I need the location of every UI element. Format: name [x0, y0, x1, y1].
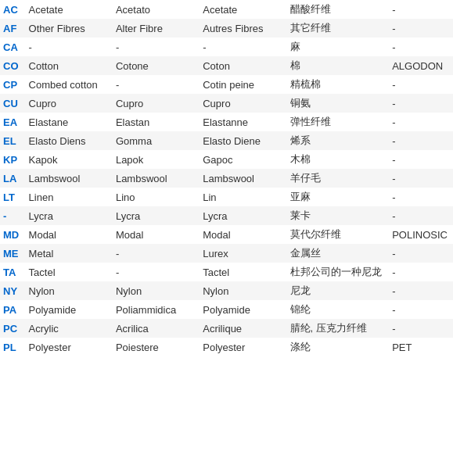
fiber-code: CU	[0, 94, 24, 113]
table-row: MD Modal Modal Modal 莫代尔纤维 POLINOSIC	[0, 225, 453, 244]
fiber-code: AF	[0, 19, 24, 38]
name-chinese: 涤纶	[286, 338, 388, 356]
fiber-code: KP	[0, 150, 24, 169]
name-french: Cotin peine	[198, 75, 285, 94]
name-italian: -	[111, 75, 198, 94]
table-row: CP Combed cotton - Cotin peine 精梳棉 -	[0, 75, 453, 94]
name-chinese: 亚麻	[286, 188, 388, 206]
table-row: - Lycra Lycra Lycra 莱卡 -	[0, 206, 453, 225]
name-french: Lurex	[198, 244, 285, 263]
name-chinese: 木棉	[286, 150, 388, 169]
name-english: Nylon	[24, 281, 111, 300]
name-english: Lycra	[24, 206, 111, 225]
fiber-code: -	[0, 206, 24, 225]
name-english: Elastane	[24, 113, 111, 131]
name-english: Kapok	[24, 150, 111, 169]
name-chinese: 棉	[286, 56, 388, 75]
name-chinese: 腈纶, 压克力纤维	[286, 319, 388, 338]
name-italian: Alter Fibre	[111, 19, 198, 38]
fiber-code: TA	[0, 263, 24, 281]
name-italian: Nylon	[111, 281, 198, 300]
name-chinese: 莫代尔纤维	[286, 225, 388, 244]
name-italian: -	[111, 263, 198, 281]
name-english: Combed cotton	[24, 75, 111, 94]
table-row: AF Other Fibres Alter Fibre Autres Fibre…	[0, 19, 453, 38]
name-extra: POLINOSIC	[387, 225, 453, 244]
name-french: -	[198, 38, 285, 56]
fiber-code: AC	[0, 0, 24, 19]
table-row: NY Nylon Nylon Nylon 尼龙 -	[0, 281, 453, 300]
name-english: Cupro	[24, 94, 111, 113]
name-extra: -	[387, 38, 453, 56]
name-french: Polyamide	[198, 300, 285, 319]
name-italian: Poliammidica	[111, 300, 198, 319]
name-extra: -	[387, 206, 453, 225]
name-chinese: 杜邦公司的一种尼龙	[286, 263, 388, 281]
name-french: Polyester	[198, 338, 285, 356]
name-chinese: 莱卡	[286, 206, 388, 225]
name-italian: Acetato	[111, 0, 198, 19]
name-extra: ALGODON	[387, 56, 453, 75]
name-french: Coton	[198, 56, 285, 75]
name-french: Autres Fibres	[198, 19, 285, 38]
name-extra: -	[387, 281, 453, 300]
name-french: Nylon	[198, 281, 285, 300]
name-italian: Poiestere	[111, 338, 198, 356]
name-extra: -	[387, 300, 453, 319]
fiber-code: EL	[0, 131, 24, 150]
table-row: LT Linen Lino Lin 亚麻 -	[0, 188, 453, 206]
fiber-code: EA	[0, 113, 24, 131]
fiber-codes-table: AC Acetate Acetato Acetate 醋酸纤维 - AF Oth…	[0, 0, 453, 356]
table-row: KP Kapok Lapok Gapoc 木棉 -	[0, 150, 453, 169]
name-english: Tactel	[24, 263, 111, 281]
fiber-code: MD	[0, 225, 24, 244]
name-french: Elasto Diene	[198, 131, 285, 150]
name-chinese: 烯系	[286, 131, 388, 150]
name-italian: Lino	[111, 188, 198, 206]
name-italian: -	[111, 244, 198, 263]
name-italian: Cotone	[111, 56, 198, 75]
name-extra: -	[387, 113, 453, 131]
name-french: Gapoc	[198, 150, 285, 169]
name-extra: -	[387, 263, 453, 281]
table-row: EA Elastane Elastan Elastanne 弹性纤维 -	[0, 113, 453, 131]
name-italian: Acrilica	[111, 319, 198, 338]
name-english: Cotton	[24, 56, 111, 75]
name-italian: Cupro	[111, 94, 198, 113]
name-extra: PET	[387, 338, 453, 356]
name-extra: -	[387, 169, 453, 188]
name-french: Tactel	[198, 263, 285, 281]
name-french: Cupro	[198, 94, 285, 113]
name-extra: -	[387, 188, 453, 206]
name-italian: Lycra	[111, 206, 198, 225]
table-row: EL Elasto Diens Gomma Elasto Diene 烯系 -	[0, 131, 453, 150]
name-extra: -	[387, 319, 453, 338]
name-english: Acetate	[24, 0, 111, 19]
name-chinese: 其它纤维	[286, 19, 388, 38]
name-english: Acrylic	[24, 319, 111, 338]
name-english: Polyamide	[24, 300, 111, 319]
name-italian: Elastan	[111, 113, 198, 131]
fiber-code: LA	[0, 169, 24, 188]
name-chinese: 铜氨	[286, 94, 388, 113]
name-english: -	[24, 38, 111, 56]
table-row: PA Polyamide Poliammidica Polyamide 锦纶 -	[0, 300, 453, 319]
fiber-code: ME	[0, 244, 24, 263]
table-row: CO Cotton Cotone Coton 棉 ALGODON	[0, 56, 453, 75]
name-english: Linen	[24, 188, 111, 206]
name-english: Elasto Diens	[24, 131, 111, 150]
fiber-code: PL	[0, 338, 24, 356]
table-row: CU Cupro Cupro Cupro 铜氨 -	[0, 94, 453, 113]
table-row: ME Metal - Lurex 金属丝 -	[0, 244, 453, 263]
fiber-code: CA	[0, 38, 24, 56]
table-row: PC Acrylic Acrilica Acrilique 腈纶, 压克力纤维 …	[0, 319, 453, 338]
name-english: Modal	[24, 225, 111, 244]
table-row: CA - - - 麻 -	[0, 38, 453, 56]
name-italian: Gomma	[111, 131, 198, 150]
name-english: Polyester	[24, 338, 111, 356]
table-row: TA Tactel - Tactel 杜邦公司的一种尼龙 -	[0, 263, 453, 281]
name-french: Modal	[198, 225, 285, 244]
name-italian: Modal	[111, 225, 198, 244]
name-french: Elastanne	[198, 113, 285, 131]
name-english: Lambswool	[24, 169, 111, 188]
